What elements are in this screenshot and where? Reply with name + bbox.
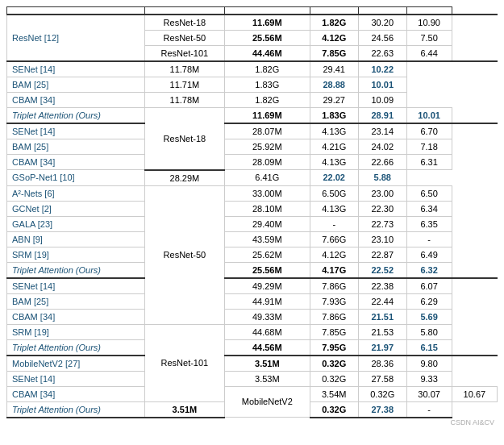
table-cell: 6.70 <box>406 123 452 139</box>
table-cell: 1.83G <box>310 108 358 124</box>
table-cell: 23.10 <box>358 231 406 247</box>
table-cell: 7.86G <box>310 309 358 324</box>
table-cell: 4.21G <box>310 139 358 155</box>
table-cell: 33.00M <box>225 185 310 201</box>
table-row: SRM [19]ResNet-10144.68M7.85G21.535.80 <box>7 324 498 339</box>
table-cell: ABN [9] <box>7 231 145 247</box>
table-cell: CBAM [34] <box>7 386 145 401</box>
table-cell: 11.71M <box>144 77 224 93</box>
table-cell: 25.56M <box>225 31 310 46</box>
table-cell: 1.82G <box>225 61 310 77</box>
table-row: GCNet [2]28.10M4.13G22.306.34 <box>7 201 498 216</box>
table-cell: 28.10M <box>225 201 310 216</box>
table-cell: 44.56M <box>225 339 310 356</box>
table-cell: 6.29 <box>406 293 452 309</box>
table-row: A²-Nets [6]ResNet-5033.00M6.50G23.006.50 <box>7 185 498 201</box>
table-cell: SENet [14] <box>7 371 145 386</box>
table-cell: 0.32G <box>310 371 358 386</box>
table-cell: 28.09M <box>225 155 310 170</box>
table-row: SENet [14]28.07M4.13G23.146.70 <box>7 123 498 139</box>
table-cell: 7.85G <box>310 46 358 62</box>
table-cell: 10.01 <box>406 108 452 124</box>
table-cell: 22.87 <box>358 247 406 262</box>
table-row: SRM [19]25.62M4.12G22.876.49 <box>7 247 498 262</box>
flops-header <box>310 7 358 15</box>
table-cell: 29.41 <box>310 61 358 77</box>
table-cell: MobileNetV2 [27] <box>7 356 145 372</box>
top5-header <box>406 7 452 15</box>
table-cell: 11.78M <box>144 93 224 108</box>
table-cell: 10.09 <box>358 93 406 108</box>
table-row: SENet [14]3.53M0.32G27.589.33 <box>7 371 498 386</box>
table-cell: 4.17G <box>310 262 358 278</box>
table-cell: 30.07 <box>406 386 452 401</box>
table-row: CBAM [34]MobileNetV23.54M0.32G30.0710.67 <box>7 386 498 401</box>
table-row: SENet [14]11.78M1.82G29.4110.22 <box>7 61 498 77</box>
table-cell: MobileNetV2 <box>225 386 310 418</box>
table-cell: 1.82G <box>225 93 310 108</box>
table-cell: SENet [14] <box>7 61 145 77</box>
table-cell: Triplet Attention (Ours) <box>7 339 145 356</box>
table-cell: 7.85G <box>310 324 358 339</box>
table-cell: 4.12G <box>310 247 358 262</box>
main-container: ResNet [12]ResNet-1811.69M1.82G30.2010.9… <box>0 0 504 433</box>
table-cell: 6.34 <box>406 201 452 216</box>
table-cell: 28.36 <box>358 356 406 372</box>
table-cell: 7.66G <box>310 231 358 247</box>
table-cell: 10.01 <box>358 77 406 93</box>
parameters-header <box>225 7 310 15</box>
table-cell: 49.29M <box>225 278 310 294</box>
table-cell: 23.14 <box>358 123 406 139</box>
table-cell: 21.51 <box>358 309 406 324</box>
results-table: ResNet [12]ResNet-1811.69M1.82G30.2010.9… <box>6 6 498 418</box>
table-cell: ResNet-50 <box>144 31 224 46</box>
table-cell: 28.88 <box>310 77 358 93</box>
table-cell: 24.02 <box>358 139 406 155</box>
top1-header <box>358 7 406 15</box>
table-cell: SENet [14] <box>7 278 145 294</box>
table-cell: BAM [25] <box>7 139 145 155</box>
table-cell: 21.97 <box>358 339 406 356</box>
method-header <box>7 7 145 15</box>
table-cell: 25.92M <box>225 139 310 155</box>
table-cell: ResNet-50 <box>144 185 224 324</box>
table-cell: 22.52 <box>358 262 406 278</box>
table-cell: 21.53 <box>358 324 406 339</box>
table-cell: 22.30 <box>358 201 406 216</box>
table-row: SENet [14]49.29M7.86G22.386.07 <box>7 278 498 294</box>
table-row: BAM [25]44.91M7.93G22.446.29 <box>7 293 498 309</box>
table-cell: 4.13G <box>310 123 358 139</box>
table-cell: SRM [19] <box>7 324 145 339</box>
table-cell: - <box>310 216 358 231</box>
table-cell: 22.73 <box>358 216 406 231</box>
table-cell: 6.15 <box>406 339 452 356</box>
table-cell: 6.44 <box>406 46 452 62</box>
table-cell: 22.44 <box>358 293 406 309</box>
table-cell: ResNet [12] <box>7 15 145 61</box>
table-cell: 11.78M <box>144 61 224 77</box>
table-cell: 0.32G <box>358 386 406 401</box>
table-cell: GSoP-Net1 [10] <box>7 170 145 186</box>
table-cell: 28.07M <box>225 123 310 139</box>
table-cell: 10.22 <box>358 61 406 77</box>
table-cell: 29.40M <box>225 216 310 231</box>
table-cell: 25.62M <box>225 247 310 262</box>
table-cell: CBAM [34] <box>7 155 145 170</box>
table-cell: 0.32G <box>310 356 358 372</box>
table-row: Triplet Attention (Ours)ResNet-1811.69M1… <box>7 108 498 124</box>
table-cell: 6.31 <box>406 155 452 170</box>
table-row: ABN [9]43.59M7.66G23.10- <box>7 231 498 247</box>
table-cell: 9.33 <box>406 371 452 386</box>
table-cell: 3.53M <box>225 371 310 386</box>
table-row: CBAM [34]28.09M4.13G22.666.31 <box>7 155 498 170</box>
table-cell: 10.90 <box>406 15 452 31</box>
table-cell: 44.46M <box>225 46 310 62</box>
table-cell: 10.67 <box>452 386 497 401</box>
table-cell: 29.27 <box>310 93 358 108</box>
table-cell: 49.33M <box>225 309 310 324</box>
table-cell: SRM [19] <box>7 247 145 262</box>
table-cell: 25.56M <box>225 262 310 278</box>
table-cell: 43.59M <box>225 231 310 247</box>
table-cell: 27.38 <box>358 401 406 418</box>
table-cell: SENet [14] <box>7 123 145 139</box>
